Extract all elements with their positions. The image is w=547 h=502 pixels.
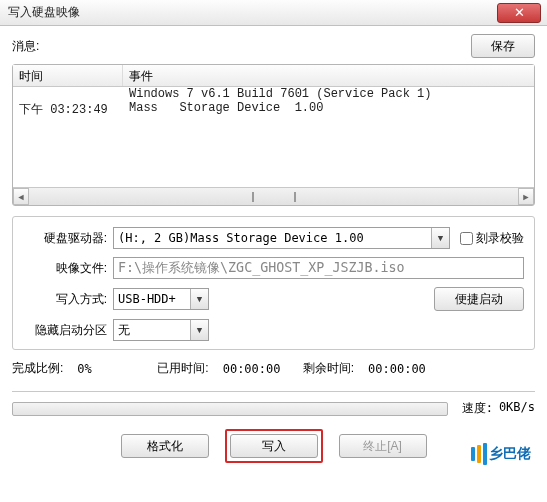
hidden-boot-select[interactable]: 无 ▼ bbox=[113, 319, 209, 341]
verify-label: 刻录校验 bbox=[476, 230, 524, 247]
percent-label: 完成比例: bbox=[12, 360, 63, 377]
hidden-boot-value: 无 bbox=[118, 322, 130, 339]
format-button[interactable]: 格式化 bbox=[121, 434, 209, 458]
log-col-time[interactable]: 时间 bbox=[13, 65, 123, 86]
log-row: Windows 7 v6.1 Build 7601 (Service Pack … bbox=[13, 87, 534, 101]
logo-text: 乡巴佬 bbox=[489, 445, 531, 463]
convenient-boot-button[interactable]: 便捷启动 bbox=[434, 287, 524, 311]
elapsed-label: 已用时间: bbox=[157, 360, 208, 377]
logo-bar-icon bbox=[471, 447, 475, 461]
save-button[interactable]: 保存 bbox=[471, 34, 535, 58]
options-group: 硬盘驱动器: (H:, 2 GB)Mass Storage Device 1.0… bbox=[12, 216, 535, 350]
log-cell-time bbox=[13, 87, 123, 101]
percent-value: 0% bbox=[77, 362, 143, 376]
image-file-input[interactable] bbox=[113, 257, 524, 279]
elapsed-value: 00:00:00 bbox=[223, 362, 289, 376]
abort-button[interactable]: 终止[A] bbox=[339, 434, 427, 458]
log-col-event[interactable]: 事件 bbox=[123, 65, 534, 86]
brand-logo: 乡巴佬 bbox=[471, 443, 531, 465]
write-button-highlight: 写入 bbox=[225, 429, 323, 463]
remain-value: 00:00:00 bbox=[368, 362, 434, 376]
hidden-boot-label: 隐藏启动分区 bbox=[23, 322, 113, 339]
log-h-scrollbar[interactable]: ◄ ► bbox=[13, 187, 534, 205]
log-table: 时间 事件 Windows 7 v6.1 Build 7601 (Service… bbox=[12, 64, 535, 206]
divider bbox=[12, 391, 535, 392]
chevron-down-icon: ▼ bbox=[190, 320, 208, 340]
write-mode-label: 写入方式: bbox=[23, 291, 113, 308]
write-mode-select[interactable]: USB-HDD+ ▼ bbox=[113, 288, 209, 310]
window-title: 写入硬盘映像 bbox=[8, 4, 80, 21]
log-row: 下午 03:23:49 Mass Storage Device 1.00 bbox=[13, 101, 534, 118]
speed-label: 速度: bbox=[462, 400, 493, 417]
drive-value: (H:, 2 GB)Mass Storage Device 1.00 bbox=[118, 231, 364, 245]
close-button[interactable]: ✕ bbox=[497, 3, 541, 23]
chevron-down-icon: ▼ bbox=[190, 289, 208, 309]
drive-label: 硬盘驱动器: bbox=[23, 230, 113, 247]
scroll-right-icon[interactable]: ► bbox=[518, 188, 534, 205]
drive-select[interactable]: (H:, 2 GB)Mass Storage Device 1.00 ▼ bbox=[113, 227, 450, 249]
log-cell-time: 下午 03:23:49 bbox=[13, 101, 123, 118]
close-icon: ✕ bbox=[514, 5, 525, 20]
log-cell-event: Windows 7 v6.1 Build 7601 (Service Pack … bbox=[123, 87, 534, 101]
log-header: 时间 事件 bbox=[13, 65, 534, 87]
remain-label: 剩余时间: bbox=[303, 360, 354, 377]
log-cell-event: Mass Storage Device 1.00 bbox=[123, 101, 534, 118]
log-body: Windows 7 v6.1 Build 7601 (Service Pack … bbox=[13, 87, 534, 187]
logo-bar-icon bbox=[477, 445, 481, 463]
info-label: 消息: bbox=[12, 38, 39, 55]
write-button[interactable]: 写入 bbox=[230, 434, 318, 458]
progress-bar bbox=[12, 402, 448, 416]
speed-value: 0KB/s bbox=[499, 400, 535, 417]
scroll-left-icon[interactable]: ◄ bbox=[13, 188, 29, 205]
write-mode-value: USB-HDD+ bbox=[118, 292, 176, 306]
chevron-down-icon: ▼ bbox=[431, 228, 449, 248]
verify-checkbox[interactable] bbox=[460, 232, 473, 245]
image-label: 映像文件: bbox=[23, 260, 113, 277]
logo-bar-icon bbox=[483, 443, 487, 465]
